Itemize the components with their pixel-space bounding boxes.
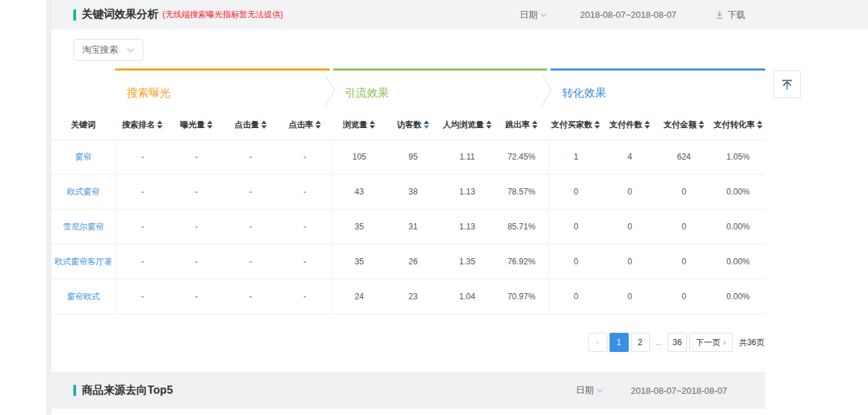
column-header[interactable]: 支付转化率: [711, 119, 765, 131]
keyword-link[interactable]: 欧式窗帘: [51, 175, 115, 210]
download-icon: [715, 10, 724, 19]
title-accent-bar: [73, 385, 76, 396]
prev-page-button[interactable]: ‹: [588, 333, 607, 352]
table-cell: 43: [332, 175, 386, 210]
table-cell: 1: [548, 140, 603, 175]
page-button-36[interactable]: 36: [668, 333, 687, 352]
table-cell: 0: [657, 244, 711, 279]
table-cell: 1.13: [440, 175, 494, 210]
date-filter-dropdown[interactable]: 日期: [576, 372, 603, 409]
section-title-wrap: 关键词效果分析 (无线端搜索曝光指标暂无法提供): [73, 0, 283, 29]
sort-icon[interactable]: [644, 121, 650, 129]
table-cell: 1.04: [440, 279, 494, 314]
page-button-2[interactable]: 2: [631, 333, 650, 352]
table-cell: 624: [657, 140, 711, 175]
channel-select[interactable]: 淘宝搜索: [73, 39, 143, 61]
page-button-1[interactable]: 1: [610, 333, 629, 352]
date-filter-dropdown[interactable]: 日期: [520, 0, 547, 29]
table-cell: -: [115, 279, 169, 314]
column-header[interactable]: 浏览量: [332, 119, 386, 131]
table-cell: -: [278, 244, 332, 279]
date-range-value: 2018-08-07~2018-08-07: [631, 372, 727, 409]
table-row: 欧式窗帘 - - - - 43 38 1.13 78.57% 0 0 0 0.0…: [51, 175, 765, 210]
group-title-conversion-effect: 转化效果: [562, 86, 606, 101]
column-header[interactable]: 点击量: [224, 119, 278, 131]
next-page-chevron-icon: ›: [723, 338, 726, 347]
keyword-analysis-header: 关键词效果分析 (无线端搜索曝光指标暂无法提供) 日期 2018-08-07~2…: [51, 0, 868, 29]
chevron-down-icon: [596, 388, 603, 392]
column-header[interactable]: 跳出率: [494, 119, 548, 131]
table-cell: 0: [548, 175, 603, 210]
table-cell: 1.35: [440, 244, 494, 279]
date-range-value: 2018-08-07~2018-08-07: [580, 0, 677, 29]
group-separator-chevron-icon: [541, 74, 553, 107]
back-to-top-button[interactable]: [773, 71, 801, 98]
next-page-button[interactable]: 下一页 ›: [689, 333, 733, 352]
section-title: 商品来源去向Top5: [82, 383, 173, 398]
table-cell: -: [115, 244, 169, 279]
table-cell: 1.05%: [711, 140, 765, 175]
chevron-down-icon: [540, 13, 547, 17]
total-pages: 共36页: [739, 337, 764, 349]
sort-icon[interactable]: [370, 121, 375, 129]
column-header[interactable]: 支付金额: [657, 119, 711, 131]
table-row: 雪尼尔窗帘 - - - - 35 31 1.13 85.71% 0 0 0 0.…: [51, 210, 765, 244]
column-header[interactable]: 人均浏览量: [440, 119, 494, 131]
table-cell: 0.00%: [711, 244, 765, 279]
sort-icon[interactable]: [486, 121, 492, 129]
search-exposure-accent-bar: [115, 68, 330, 71]
download-label: 下载: [727, 9, 745, 21]
table-cell: -: [278, 175, 332, 210]
sort-icon[interactable]: [699, 121, 704, 129]
table-cell: 0: [603, 244, 657, 279]
back-to-top-icon: [780, 77, 794, 91]
page-title: 关键词效果分析: [82, 8, 158, 22]
download-button[interactable]: 下载: [715, 0, 745, 29]
table-cell: 95: [386, 140, 440, 175]
keyword-link[interactable]: 窗帘欧式: [51, 279, 115, 314]
table-cell: -: [278, 279, 332, 314]
sort-icon[interactable]: [594, 121, 600, 129]
group-title-search-exposure: 搜索曝光: [127, 86, 171, 101]
keyword-link[interactable]: 窗帘: [51, 140, 115, 175]
table-cell: 105: [332, 140, 386, 175]
table-cell: -: [169, 175, 224, 210]
table-cell: 0: [603, 175, 657, 210]
section-title-wrap: 商品来源去向Top5: [73, 372, 173, 409]
table-cell: 24: [332, 279, 386, 314]
table-cell: 72.45%: [494, 140, 548, 175]
column-header[interactable]: 点击率: [278, 119, 332, 131]
sort-icon[interactable]: [157, 121, 162, 129]
table-cell: 0: [603, 279, 657, 314]
sort-icon-active[interactable]: [424, 121, 429, 129]
sort-icon[interactable]: [207, 121, 213, 129]
table-cell: -: [169, 140, 224, 175]
table-cell: -: [169, 279, 224, 314]
table-row: 欧式窗帘客厅著 - - - - 35 26 1.35 76.92% 0 0 0 …: [51, 244, 765, 279]
column-header-sorted[interactable]: 访客数: [386, 119, 440, 131]
table-cell: 35: [332, 244, 386, 279]
sort-icon[interactable]: [757, 121, 762, 129]
keyword-link[interactable]: 雪尼尔窗帘: [51, 210, 115, 244]
table-cell: 78.57%: [494, 175, 548, 210]
table-cell: 26: [386, 244, 440, 279]
column-header[interactable]: 搜索排名: [115, 119, 169, 131]
traffic-effect-accent-bar: [333, 68, 547, 71]
header-note: (无线端搜索曝光指标暂无法提供): [162, 9, 283, 21]
column-header[interactable]: 曝光量: [169, 119, 224, 131]
sort-icon[interactable]: [315, 121, 321, 129]
conversion-effect-accent-bar: [551, 68, 765, 71]
table-cell: 31: [386, 210, 440, 244]
table-cell: -: [115, 175, 169, 210]
pagination-ellipsis: ...: [652, 338, 666, 347]
sort-icon[interactable]: [532, 121, 538, 129]
table-cell: 76.92%: [494, 244, 548, 279]
table-cell: -: [115, 140, 169, 175]
channel-select-value: 淘宝搜索: [82, 44, 118, 56]
sort-icon[interactable]: [261, 121, 267, 129]
keyword-link[interactable]: 欧式窗帘客厅著: [51, 244, 115, 279]
column-header[interactable]: 支付买家数: [548, 119, 603, 131]
table-cell: 0: [657, 279, 711, 314]
table-cell: 0.00%: [711, 210, 765, 244]
column-header[interactable]: 支付件数: [603, 119, 657, 131]
